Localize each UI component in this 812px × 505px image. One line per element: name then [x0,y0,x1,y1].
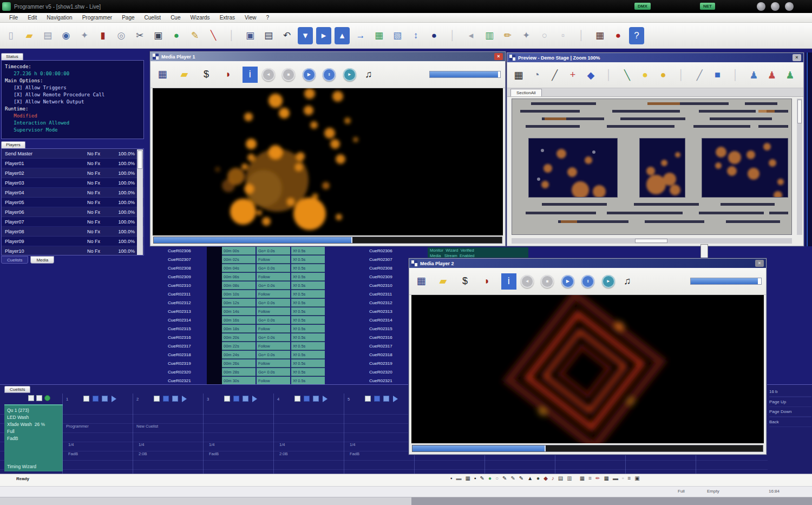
info-icon[interactable]: i [243,67,258,83]
help-icon[interactable]: ? [629,27,644,44]
stage-grid-icon[interactable]: ▦ [510,67,526,84]
pause-button[interactable]: ‖ [323,68,336,81]
tray-dot2-icon[interactable]: ▫ [622,475,624,481]
speaker-icon[interactable]: ♫ [620,273,635,290]
setup-wizard-icon[interactable]: ✦ [77,27,92,44]
media-player-2-titlebar[interactable]: Media Player 2 [409,259,766,268]
shield-icon[interactable]: ◆ [583,67,599,84]
step-button[interactable] [313,396,319,402]
cut-icon[interactable]: ✂ [132,27,147,44]
separator[interactable]: │ [445,27,460,44]
tab-status[interactable]: Status [1,53,23,60]
cuelist[interactable]: Cuelist [140,15,166,21]
plug-icon[interactable]: ◗ [220,67,235,83]
tray-pen2-icon[interactable]: ✎ [502,475,507,481]
scrollbar-thumb[interactable] [137,150,142,169]
open-media-icon[interactable]: ▰ [176,66,192,82]
step-button[interactable] [243,396,248,402]
info-icon[interactable]: i [501,273,516,290]
tab-players[interactable]: Players [1,141,25,148]
close-icon[interactable] [494,53,503,60]
minimize-button[interactable] [757,2,765,11]
play-button[interactable] [323,396,328,402]
speaker-icon[interactable]: ♫ [361,67,376,83]
extras[interactable]: Extras [215,15,240,21]
edit[interactable]: Edit [23,15,42,21]
tray-table-icon[interactable]: ▦ [466,475,470,481]
stop-button[interactable] [294,396,300,402]
stop-button[interactable] [365,396,371,402]
tray-gem-icon[interactable]: ◆ [543,475,548,481]
user-green-icon[interactable]: ♟ [782,67,798,84]
stop-button[interactable] [83,396,89,402]
stop-icon[interactable]: ● [611,27,626,44]
pause-button[interactable] [93,396,99,402]
nav-up-icon[interactable]: ▴ [335,27,350,44]
play-button[interactable] [252,396,257,402]
navigation[interactable]: Navigation [42,15,77,21]
next-button[interactable]: ► [343,68,356,81]
seek-bar[interactable] [412,445,763,452]
cost-icon[interactable]: $ [457,273,473,290]
copy-icon[interactable]: ▣ [150,27,166,44]
tray-delta-icon[interactable]: ▲ [527,475,533,481]
separator[interactable]: │ [601,67,617,84]
close-button[interactable] [785,2,794,11]
pause-button[interactable] [163,396,169,402]
tab-cuelists[interactable]: Cuelists [1,256,28,264]
page[interactable]: Page [117,15,139,21]
tray-sheet-icon[interactable]: ▤ [558,475,563,481]
tray-lines2-icon[interactable]: ≡ [627,475,631,481]
new-file-icon[interactable]: ▯ [3,27,18,44]
nav-play-icon[interactable]: ▸ [316,27,331,44]
preview-vertical-scrollbar[interactable] [797,99,802,235]
next-button[interactable]: ► [602,275,615,288]
player-row[interactable]: Player03 No Fx 100.0% [2,178,143,188]
separator[interactable]: │ [224,27,239,44]
plug-icon[interactable]: ◗ [479,273,494,290]
player-row[interactable]: Player08 No Fx 100.0% [2,227,143,237]
tray-dash-icon[interactable]: ▬ [456,475,462,481]
player-row[interactable]: Player05 No Fx 100.0% [2,198,143,207]
page-nav-item[interactable]: Back [769,417,811,427]
move-icon[interactable]: + [565,67,580,84]
wizards[interactable]: Wizards [186,15,215,21]
tray-pen-icon[interactable]: ✎ [480,475,484,481]
nav-down-icon[interactable]: ▾ [298,27,313,44]
page-nav-item[interactable]: Page Down [769,407,811,417]
film-export-icon[interactable]: ▥ [482,27,497,44]
pause-button[interactable] [374,396,380,402]
tab-cuelist-control[interactable]: Cuelists [4,386,30,393]
user-red-icon[interactable]: ♟ [764,67,780,84]
play-button[interactable]: ▶ [561,275,574,288]
tray-ring-icon[interactable]: ○ [495,475,499,481]
monitor-icon[interactable]: ▣ [243,27,258,44]
stop-button[interactable] [154,396,160,402]
close-icon[interactable] [793,54,801,61]
undo-icon[interactable]: ↶ [279,27,294,44]
tray-dash2-icon[interactable]: ▬ [613,475,618,481]
media-player-1-titlebar[interactable]: Media Player 1 [150,52,505,61]
-[interactable]: ? [261,15,274,21]
programmer[interactable]: Programmer [77,15,117,21]
active-cuelist-info[interactable]: Qu 1 (273) LED Wash Xfade Wash 26 % Full… [4,404,63,471]
pattern-grid-icon[interactable]: ▦ [414,273,429,289]
save-icon[interactable]: ▤ [40,27,55,44]
separator[interactable]: │ [728,67,743,84]
seek-bar[interactable] [153,237,502,244]
open-folder-icon[interactable]: ▰ [22,27,37,44]
page-nav-item[interactable]: 16 b [769,387,811,397]
stop-button[interactable]: ■ [282,68,295,81]
back-icon[interactable]: ◂ [463,27,479,44]
user-blue-icon[interactable]: ♟ [746,67,762,84]
player-row[interactable]: Player07 No Fx 100.0% [2,217,143,227]
stage-view[interactable] [512,99,792,235]
cost-icon[interactable]: $ [199,67,214,83]
blue-cube-icon[interactable]: ■ [710,67,725,84]
player-row[interactable]: Player02 No Fx 100.0% [2,168,143,178]
separator[interactable]: │ [574,27,589,44]
play-button[interactable]: ▶ [303,68,316,81]
tray-pen4-icon[interactable]: ✎ [519,475,523,481]
view[interactable]: View [240,15,261,21]
zoom-icon[interactable]: ◔ [528,67,544,84]
